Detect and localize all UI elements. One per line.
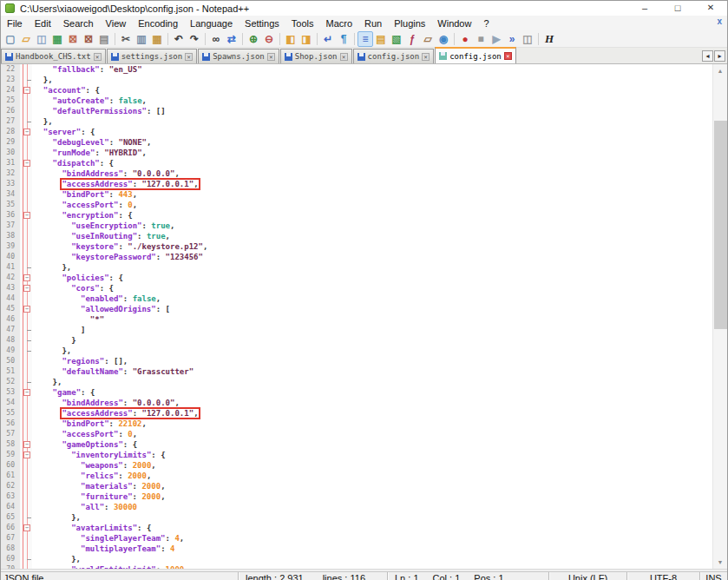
code-line-50[interactable]: 50"regions": [],: [1, 356, 712, 366]
menu-item-help[interactable]: ?: [477, 17, 495, 30]
fold-toggle-icon[interactable]: −: [23, 87, 30, 94]
fold-toggle-icon[interactable]: −: [23, 451, 30, 458]
tab-1-settings-json[interactable]: settings.json✕: [107, 49, 197, 63]
code-line-22[interactable]: 22"fallback": "en_US": [1, 64, 712, 75]
code-line-44[interactable]: 44"enabled": false,: [1, 293, 712, 304]
tab-0-handbook-chs-txt[interactable]: Handbook_CHS.txt✕: [1, 49, 106, 63]
maximize-button[interactable]: □: [661, 1, 694, 16]
code-line-30[interactable]: 30"runMode": "HYBRID",: [1, 148, 712, 158]
close-all-icon[interactable]: ⊠: [81, 31, 96, 47]
tab-close-icon[interactable]: ✕: [340, 53, 348, 61]
code-line-57[interactable]: 57"accessPort": 0,: [1, 429, 712, 439]
cut-icon[interactable]: ✂: [118, 31, 134, 47]
code-line-29[interactable]: 29"debugLevel": "NONE",: [1, 137, 712, 148]
code-line-40[interactable]: 40"keystorePassword": "123456": [1, 252, 712, 262]
code-line-64[interactable]: 64"all": 30000: [1, 502, 712, 512]
code-line-66[interactable]: 66−"avatarLimits": {: [1, 523, 712, 533]
word-wrap-icon[interactable]: ↵: [320, 31, 336, 47]
print-icon[interactable]: ▤: [96, 31, 112, 47]
sync-horizontal-icon[interactable]: ◨: [298, 31, 314, 47]
fold-toggle-icon[interactable]: −: [23, 160, 30, 167]
fold-toggle-icon[interactable]: −: [23, 274, 30, 281]
code-line-46[interactable]: 46"*": [1, 314, 712, 325]
code-line-28[interactable]: 28−"server": {: [1, 127, 712, 137]
tab-close-icon[interactable]: ✕: [422, 53, 430, 61]
paste-icon[interactable]: ▦: [149, 31, 165, 47]
code-line-58[interactable]: 58−"gameOptions": {: [1, 439, 712, 450]
code-line-38[interactable]: 38"useInRouting": true,: [1, 231, 712, 241]
close-document-icon[interactable]: x: [717, 16, 722, 26]
code-area[interactable]: 22"fallback": "en_US"23},24−"account": {…: [1, 64, 712, 569]
code-line-32[interactable]: 32"bindAddress": "0.0.0.0",: [1, 168, 712, 179]
code-line-33[interactable]: 33"accessAddress": "127.0.0.1",: [1, 179, 712, 189]
code-line-26[interactable]: 26"defaultPermissions": []: [1, 106, 712, 116]
plugin-h-icon[interactable]: H: [541, 31, 557, 47]
code-line-27[interactable]: 27},: [1, 116, 712, 127]
code-line-43[interactable]: 43−"cors": {: [1, 283, 712, 293]
menu-item-settings[interactable]: Settings: [239, 17, 285, 30]
fold-toggle-icon[interactable]: −: [23, 389, 30, 396]
code-line-51[interactable]: 51"defaultName": "Grasscutter": [1, 366, 712, 377]
menu-item-language[interactable]: Language: [184, 17, 239, 30]
fold-toggle-icon[interactable]: −: [23, 306, 30, 313]
function-list-icon[interactable]: ƒ: [404, 31, 420, 47]
fold-toggle-icon[interactable]: −: [23, 441, 30, 448]
fold-toggle-icon[interactable]: −: [23, 285, 30, 292]
copy-icon[interactable]: ▥: [134, 31, 149, 47]
show-all-characters-icon[interactable]: ¶: [336, 31, 351, 47]
save-icon[interactable]: ◫: [34, 31, 49, 47]
code-line-63[interactable]: 63"furniture": 2000,: [1, 491, 712, 502]
code-line-62[interactable]: 62"materials": 2000,: [1, 481, 712, 491]
code-line-25[interactable]: 25"autoCreate": false,: [1, 96, 712, 106]
code-line-47[interactable]: 47]: [1, 325, 712, 335]
fold-toggle-icon[interactable]: −: [23, 524, 30, 531]
tab-close-icon[interactable]: ✕: [94, 53, 102, 61]
menu-item-plugins[interactable]: Plugins: [388, 17, 431, 30]
tab-scroll-left-icon[interactable]: ◂: [702, 50, 713, 62]
code-line-53[interactable]: 53−"game": {: [1, 387, 712, 398]
macro-play-icon[interactable]: ▶: [489, 31, 504, 47]
code-line-24[interactable]: 24−"account": {: [1, 85, 712, 96]
find-icon[interactable]: ∞: [208, 31, 224, 47]
macro-record-icon[interactable]: ●: [457, 31, 473, 47]
code-line-67[interactable]: 67"singlePlayerTeam": 4,: [1, 533, 712, 544]
new-file-icon[interactable]: ▢: [3, 31, 18, 47]
code-line-41[interactable]: 41},: [1, 262, 712, 273]
code-line-39[interactable]: 39"keystore": "./keystore.p12",: [1, 241, 712, 252]
code-line-65[interactable]: 65},: [1, 512, 712, 523]
scroll-up-icon[interactable]: ▲: [713, 64, 727, 77]
code-line-34[interactable]: 34"bindPort": 443,: [1, 189, 712, 200]
tab-scroll-right-icon[interactable]: ▸: [714, 50, 725, 62]
code-line-36[interactable]: 36−"encryption": {: [1, 210, 712, 221]
indent-guide-icon[interactable]: ≡: [357, 31, 373, 47]
menu-item-run[interactable]: Run: [358, 17, 388, 30]
vertical-scrollbar[interactable]: ▲ ▼: [712, 64, 727, 569]
code-line-69[interactable]: 69},: [1, 554, 712, 564]
menu-item-encoding[interactable]: Encoding: [132, 17, 184, 30]
user-language-icon[interactable]: ▤: [373, 31, 389, 47]
sync-vertical-icon[interactable]: ◧: [283, 31, 298, 47]
close-window-button[interactable]: ✕: [694, 1, 727, 16]
code-line-49[interactable]: 49},: [1, 346, 712, 356]
open-folder-icon[interactable]: ▱: [18, 31, 34, 47]
undo-icon[interactable]: ↶: [171, 31, 187, 47]
tab-close-icon[interactable]: ✕: [185, 53, 193, 61]
code-line-54[interactable]: 54"bindAddress": "0.0.0.0",: [1, 398, 712, 408]
fold-toggle-icon[interactable]: −: [23, 129, 30, 135]
code-line-60[interactable]: 60"weapons": 2000,: [1, 460, 712, 471]
code-line-37[interactable]: 37"useEncryption": true,: [1, 221, 712, 231]
code-line-55[interactable]: 55"accessAddress": "127.0.0.1",: [1, 408, 712, 419]
tab-3-shop-json[interactable]: Shop.json✕: [280, 49, 352, 63]
menu-item-file[interactable]: File: [1, 17, 29, 30]
editor[interactable]: 22"fallback": "en_US"23},24−"account": {…: [1, 64, 727, 569]
menu-item-window[interactable]: Window: [431, 17, 477, 30]
code-line-61[interactable]: 61"relics": 2000,: [1, 471, 712, 481]
code-line-59[interactable]: 59−"inventoryLimits": {: [1, 450, 712, 460]
code-line-52[interactable]: 52},: [1, 377, 712, 387]
code-line-45[interactable]: 45−"allowedOrigins": [: [1, 304, 712, 314]
document-map-icon[interactable]: ▧: [389, 31, 404, 47]
macro-save-icon[interactable]: ◫: [520, 31, 535, 47]
redo-icon[interactable]: ↷: [187, 31, 202, 47]
tab-close-icon[interactable]: ✕: [504, 52, 512, 60]
macro-run-multiple-icon[interactable]: »: [504, 31, 520, 47]
